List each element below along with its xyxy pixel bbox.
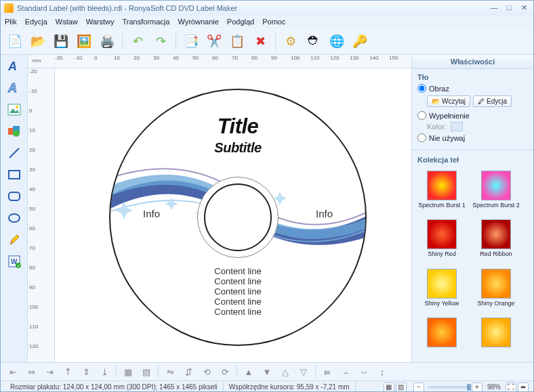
fill-color-row: Kolor: [427,122,528,131]
bg-label: Spectrum Burst 2 [469,202,523,209]
zoom-out-button[interactable]: − [413,383,424,392]
bg-item[interactable] [469,318,523,357]
svg-marker-19 [165,197,178,211]
paste-icon: 📋 [230,34,245,49]
cd-label[interactable]: Title Subtitle Info Info Content line Co… [109,89,367,346]
radio-image[interactable]: Obraz [417,84,528,93]
menu-layers[interactable]: Warstwy [86,18,115,26]
cd-subtitle[interactable]: Subtitle [110,140,365,156]
rotate-left-button[interactable]: ⟲ [199,365,215,378]
close-button[interactable]: ✕ [518,3,530,13]
help-button[interactable]: ⛑ [304,31,324,51]
menu-file[interactable]: Plik [5,18,17,26]
redo-button[interactable]: ↷ [150,31,171,51]
copy-button[interactable]: 📑 [181,31,201,51]
cd-info-left[interactable]: Info [143,208,160,219]
menu-insert[interactable]: Wstaw [56,18,78,26]
fit-width-button[interactable]: ⬌ [518,383,529,392]
svg-point-11 [9,214,20,222]
radio-none[interactable]: Nie używaj [417,133,528,142]
menu-align[interactable]: Wyrównanie [178,18,218,26]
send-back-button[interactable]: ▼ [259,365,275,378]
register-button[interactable]: 🔑 [350,31,370,51]
paste-button[interactable]: 📋 [227,31,247,51]
align-left-button[interactable]: ⇤ [5,365,21,378]
radio-fill[interactable]: Wypełnienie [417,111,528,120]
ruler-vertical: -20-100102030405060708090100110120130 [28,68,55,362]
dist-h-button[interactable]: ⫢ [319,365,335,378]
flip-v-button[interactable]: ⇵ [180,365,197,378]
roundrect-tool[interactable] [5,188,24,205]
shapes-tool[interactable] [5,123,24,140]
styled-text-tool[interactable]: A [5,79,24,97]
cd-info-right[interactable]: Info [316,208,333,219]
panel-header: Właściwości [412,55,533,69]
bg-item[interactable]: Shiny Red [415,219,469,265]
new-button[interactable]: 📄 [5,31,25,51]
save-button[interactable]: 💾 [51,31,71,51]
fit-page-button[interactable]: ⛶ [506,383,516,392]
zoom-in-button[interactable]: + [472,383,482,392]
align-bottom-button[interactable]: ⤓ [96,365,112,378]
bring-front-button[interactable]: ▲ [241,365,257,378]
snap-toggle-button[interactable]: ▨ [396,383,407,392]
image-icon [7,104,21,116]
statusbar: Rozmiar plakatu: 124,00 x 124,00 mm (300… [1,380,533,392]
canvas[interactable]: Title Subtitle Info Info Content line Co… [55,68,411,362]
pencil-tool[interactable] [5,231,24,248]
bg-item[interactable]: Shiny Orange [469,269,523,315]
cd-content-lines[interactable]: Content line Content line Content line C… [110,266,365,317]
ruler-horizontal: mm -20-100102030405060708090100110120130… [28,55,411,68]
cd-title[interactable]: Title [110,114,365,139]
undo-button[interactable]: ↶ [127,31,148,51]
bg-item[interactable]: Red Ribbon [469,219,523,265]
cut-button[interactable]: ✂️ [204,31,224,51]
flip-h-button[interactable]: ⇋ [162,365,178,378]
minimize-button[interactable]: — [488,3,500,13]
bg-item[interactable]: Spectrum Burst 2 [469,171,523,217]
send-backward-button[interactable]: ▽ [295,365,312,378]
open-button[interactable]: 📂 [28,31,48,51]
bring-forward-button[interactable]: △ [277,365,293,378]
align-center-h-button[interactable]: ⇔ [23,365,39,378]
maximize-button[interactable]: □ [503,3,515,13]
text-tool[interactable]: A [5,58,24,75]
menu-preview[interactable]: Podgląd [227,18,254,26]
bg-item[interactable] [415,318,469,357]
grid-toggle-button[interactable]: ▦ [384,383,394,392]
group-button[interactable]: ▦ [120,365,136,378]
zoom-slider[interactable] [428,386,468,389]
bg-item[interactable]: Shiny Yellow [415,269,469,315]
align-top-button[interactable]: ⤒ [60,365,76,378]
settings-button[interactable]: ⚙ [281,31,301,51]
menu-help[interactable]: Pomoc [262,18,285,26]
undo-icon: ↶ [133,34,143,49]
dist-v-button[interactable]: ⫠ [337,365,354,378]
rect-tool[interactable] [5,166,24,183]
line-tool[interactable] [5,144,24,162]
bg-item[interactable]: Spectrum Burst 1 [415,171,469,217]
load-bg-button[interactable]: 📂Wczytaj [427,95,470,107]
bg-thumb [427,171,457,200]
export-icon: 🖼️ [77,34,91,49]
align-center-v-button[interactable]: ⇕ [78,365,94,378]
color-swatch[interactable] [451,122,463,131]
align-right-button[interactable]: ⇥ [41,365,58,378]
edit-bg-button[interactable]: 🖉Edycja [473,95,512,107]
roundrect-icon [7,190,21,202]
image-tool[interactable] [5,101,24,118]
export-button[interactable]: 🖼️ [74,31,94,51]
edit-icon: 🖉 [478,97,485,105]
same-width-button[interactable]: ↔ [356,365,372,378]
richtext-tool[interactable]: W✓ [5,253,24,270]
print-button[interactable]: 🖨️ [97,31,117,51]
menu-edit[interactable]: Edycja [25,18,47,26]
rotate-right-button[interactable]: ⟳ [217,365,233,378]
ellipse-tool[interactable] [5,209,24,227]
same-height-button[interactable]: ↕ [374,365,390,378]
delete-button[interactable]: ✖ [250,31,270,51]
web-button[interactable]: 🌐 [327,31,347,51]
menu-transform[interactable]: Transformacja [123,18,170,26]
ungroup-button[interactable]: ▧ [138,365,155,378]
bg-thumb [481,269,511,299]
